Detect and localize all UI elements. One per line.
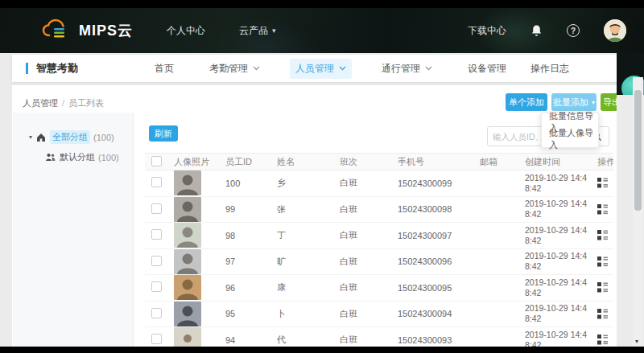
breadcrumb-separator: / [62,98,64,108]
row-checkbox[interactable] [151,334,162,344]
breadcrumb-page: 员工列表 [68,98,104,108]
menu-item-batch-portrait-import[interactable]: 批量人像导入 [542,130,598,147]
table-row: 95 卜 白班 15024300094 2019-10-29 14:48:42 [145,302,613,328]
select-all-checkbox[interactable] [151,156,162,166]
nav-download-center[interactable]: 下载中心 [468,24,506,38]
refresh-button[interactable]: 刷新 [149,125,178,142]
table-row: 94 代 白班 15024300093 2019-10-29 14:48:42 [145,327,613,347]
chevron-down-icon [253,66,260,71]
help-icon[interactable]: ? [567,24,580,37]
tree-expand-icon[interactable]: ▾ [29,133,32,141]
title-accent-bar [26,63,28,74]
nav-cloud-products[interactable]: 云产品 ▾ [239,24,276,38]
cell-employee-id: 95 [219,309,270,318]
cell-employee-id: 97 [219,257,270,266]
bell-icon[interactable] [530,24,543,37]
column-header-created: 创建时间 [518,157,591,167]
employee-photo [174,197,201,222]
row-actions-icon[interactable] [597,309,613,319]
tab-home[interactable]: 首页 [149,59,180,79]
employee-photo [174,170,201,195]
cell-created: 2019-10-29 14:48:42 [518,330,591,347]
cell-name: 乡 [270,177,333,189]
nav-cloud-products-label: 云产品 [239,24,268,38]
cell-employee-id: 100 [219,179,270,188]
chevron-down-icon [339,66,346,71]
row-actions-icon[interactable] [597,178,613,188]
table-row: 96 康 白班 15024300095 2019-10-29 14:48:42 [145,275,613,302]
column-header-phone: 手机号 [391,156,473,168]
column-header-name: 姓名 [270,156,333,168]
cell-created: 2019-10-29 14:48:42 [518,277,591,298]
cell-created: 2019-10-29 14:48:42 [518,225,591,246]
page-scrollbar[interactable]: ▾ [633,77,643,347]
chevron-down-icon [425,66,432,71]
screen: MIPS云 个人中心 云产品 ▾ 下载中心 ? [0,0,644,353]
row-actions-icon[interactable] [597,230,613,240]
batch-add-dropdown: 批量信息导入 批量人像导入 [541,113,599,148]
batch-add-label: 批量添加 [553,96,588,109]
column-header-employee-id: 员工ID [219,156,270,168]
cell-name: 卜 [270,308,333,320]
cell-shift: 白班 [333,203,391,215]
batch-add-button[interactable]: 批量添加 ▾ [551,93,597,111]
row-actions-icon[interactable] [597,282,613,293]
row-checkbox[interactable] [151,177,162,187]
row-actions-icon[interactable] [597,257,613,267]
scrollbar-down-arrow[interactable]: ▾ [635,338,638,345]
breadcrumb: 人员管理/员工列表 [23,97,104,109]
cell-name: 旷 [270,256,333,268]
row-checkbox[interactable] [151,281,162,292]
cell-employee-id: 94 [219,335,270,345]
row-checkbox[interactable] [151,229,162,240]
employee-photo [174,327,201,347]
cell-employee-id: 99 [219,204,270,214]
table-row: 100 乡 白班 15024300099 2019-10-29 14:48:42 [145,170,613,197]
tab-device-mgmt[interactable]: 设备管理 [462,59,512,79]
tab-personnel-label: 人员管理 [295,62,334,76]
brand-logo[interactable]: MIPS云 [42,18,133,43]
home-icon [36,133,46,142]
column-header-email: 邮箱 [473,156,518,168]
export-button[interactable]: 导出 [601,93,617,111]
employee-photo [174,223,201,248]
cell-name: 康 [270,281,333,293]
table-row: 97 旷 白班 15024300096 2019-10-29 14:48:42 [145,249,613,276]
cell-employee-id: 98 [219,231,270,240]
tab-operation-log[interactable]: 操作日志 [525,59,575,79]
cell-shift: 白班 [333,281,391,293]
column-header-photo: 人像照片 [167,156,219,168]
tab-access-label: 通行管理 [382,62,420,76]
cloud-logo-icon [42,18,72,43]
tree-item-default-group[interactable]: 默认分组 (100) [45,151,133,163]
employee-photo [174,249,201,274]
tab-access-mgmt[interactable]: 通行管理 [376,59,438,79]
nav-personal-center[interactable]: 个人中心 [167,24,205,38]
tree-item-all-groups[interactable]: ▾ 全部分组 (100) [29,130,133,144]
cell-shift: 白班 [333,229,391,241]
tab-attendance-mgmt[interactable]: 考勤管理 [204,59,266,79]
cell-employee-id: 96 [219,283,270,293]
group-tree-panel: ▾ 全部分组 (100) 默认分组 (100) [13,113,134,347]
row-checkbox[interactable] [151,308,162,318]
column-header-shift: 班次 [333,156,391,168]
row-actions-icon[interactable] [597,335,613,345]
scrollbar-thumb[interactable] [634,90,642,211]
tab-attendance-label: 考勤管理 [209,62,248,76]
single-add-button[interactable]: 单个添加 [506,93,547,111]
letterbox-bottom [0,347,644,353]
row-checkbox[interactable] [151,203,162,214]
tree-label-default-group: 默认分组 [60,151,95,163]
row-actions-icon[interactable] [597,204,613,215]
tab-personnel-mgmt[interactable]: 人员管理 [290,59,352,79]
user-avatar[interactable] [604,19,626,42]
cell-shift: 白班 [333,177,391,189]
cell-created: 2019-10-29 14:48:42 [518,303,591,324]
cell-phone: 15024300099 [391,179,473,188]
row-checkbox[interactable] [151,256,162,266]
cell-created: 2019-10-29 14:48:42 [518,173,591,194]
cell-phone: 15024300095 [391,283,473,293]
breadcrumb-section[interactable]: 人员管理 [23,98,58,108]
cell-phone: 15024300098 [391,204,473,214]
cell-shift: 白班 [333,334,391,346]
